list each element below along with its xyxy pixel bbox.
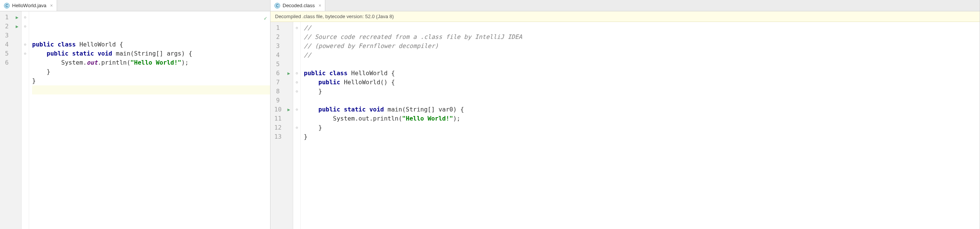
code-line[interactable]: } — [32, 76, 270, 86]
code-line[interactable] — [304, 60, 980, 69]
code-line[interactable]: } — [32, 67, 270, 76]
run-gutter-cell — [285, 32, 293, 41]
run-icon[interactable]: ▶ — [16, 13, 18, 22]
run-gutter-cell — [285, 78, 293, 87]
run-gutter-cell — [285, 96, 293, 105]
run-gutter-cell — [285, 51, 293, 60]
run-gutter-left: ▶▶ — [13, 11, 21, 229]
run-gutter-cell — [13, 40, 21, 49]
fold-gutter-cell: ⊖ — [22, 22, 29, 31]
fold-gutter-cell — [22, 58, 29, 67]
run-gutter-cell[interactable]: ▶ — [13, 22, 21, 31]
fold-gutter-cell: ⊖ — [293, 24, 300, 32]
fold-gutter-cell: ⊖ — [293, 69, 300, 78]
line-number: 1 — [274, 24, 282, 32]
line-number: 6 — [4, 58, 10, 67]
run-gutter-cell — [13, 49, 21, 58]
run-gutter-cell — [13, 58, 21, 67]
fold-icon[interactable]: ⊖ — [296, 123, 298, 132]
class-icon: C — [4, 3, 10, 9]
code-line[interactable]: System.out.println("Hello World!"); — [304, 114, 980, 123]
code-line[interactable]: public static void main(String[] var0) { — [304, 105, 980, 114]
code-line[interactable]: } — [304, 123, 980, 132]
fold-icon[interactable]: ⊖ — [24, 40, 26, 49]
code-line[interactable] — [32, 86, 270, 94]
tab-label: Decoded.class — [283, 3, 315, 8]
svg-text:C: C — [5, 4, 8, 8]
fold-icon[interactable]: ⊖ — [296, 69, 298, 78]
run-icon[interactable]: ▶ — [288, 69, 290, 78]
left-editor-pane: C HelloWorld.java × 123456 ▶▶ ⊖⊖⊖⊖ ✓ pub… — [0, 0, 270, 229]
line-number: 9 — [274, 96, 282, 105]
fold-icon[interactable]: ⊖ — [296, 105, 298, 114]
code-area-left[interactable]: ✓ public class HelloWorld { public stati… — [29, 11, 270, 229]
line-numbers-right: 12345678910111213 — [270, 22, 285, 229]
fold-gutter-right: ⊖⊖⊖⊖⊖⊖ — [293, 22, 301, 229]
code-line[interactable]: // — [304, 51, 980, 60]
line-number: 7 — [274, 78, 282, 87]
line-number: 1 — [4, 13, 10, 22]
fold-icon[interactable]: ⊖ — [296, 78, 298, 87]
run-icon[interactable]: ▶ — [16, 22, 18, 31]
code-line[interactable]: } — [304, 87, 980, 96]
line-number: 5 — [274, 60, 282, 69]
line-number: 10 — [274, 105, 282, 114]
line-number: 2 — [274, 32, 282, 41]
fold-gutter-cell — [293, 32, 300, 41]
fold-gutter-cell — [293, 132, 300, 142]
line-number: 12 — [274, 123, 282, 132]
code-line[interactable]: // Source code recreated from a .class f… — [304, 32, 980, 41]
close-icon[interactable]: × — [318, 3, 321, 8]
fold-gutter-cell: ⊖ — [22, 13, 29, 22]
run-gutter-right: ▶▶ — [285, 22, 293, 229]
fold-gutter-cell: ⊖ — [293, 123, 300, 132]
run-icon[interactable]: ▶ — [288, 105, 290, 114]
editor-right[interactable]: 12345678910111213 ▶▶ ⊖⊖⊖⊖⊖⊖ //// Source … — [270, 22, 980, 229]
svg-text:C: C — [276, 4, 278, 8]
code-line[interactable]: // (powered by Fernflower decompiler) — [304, 41, 980, 51]
run-gutter-cell[interactable]: ▶ — [285, 105, 293, 114]
line-number: 6 — [274, 69, 282, 78]
code-line[interactable]: } — [304, 132, 980, 142]
run-gutter-cell — [285, 114, 293, 123]
fold-icon[interactable]: ⊖ — [296, 87, 298, 96]
tab-decoded-class[interactable]: C Decoded.class × — [270, 0, 325, 11]
close-icon[interactable]: × — [50, 3, 53, 8]
code-line[interactable]: System.out.println("Hello World!"); — [32, 58, 270, 67]
run-gutter-cell[interactable]: ▶ — [285, 69, 293, 78]
fold-gutter-cell: ⊖ — [22, 40, 29, 49]
decompiled-banner: Decompiled .class file, bytecode version… — [270, 11, 980, 22]
editor-left[interactable]: 123456 ▶▶ ⊖⊖⊖⊖ ✓ public class HelloWorld… — [0, 11, 270, 229]
fold-icon[interactable]: ⊖ — [296, 24, 298, 32]
line-number: 4 — [274, 51, 282, 60]
code-line[interactable]: public HelloWorld() { — [304, 78, 980, 87]
fold-gutter-cell — [293, 41, 300, 51]
fold-gutter-cell — [293, 96, 300, 105]
run-gutter-cell — [285, 123, 293, 132]
fold-gutter-cell — [22, 31, 29, 40]
gutter-left: 123456 ▶▶ — [0, 11, 22, 229]
code-line[interactable]: // — [304, 24, 980, 32]
fold-icon[interactable]: ⊖ — [24, 22, 26, 31]
line-number: 11 — [274, 114, 282, 123]
code-area-right[interactable]: //// Source code recreated from a .class… — [301, 22, 980, 229]
line-number: 3 — [274, 41, 282, 51]
line-number: 3 — [4, 31, 10, 40]
fold-gutter-cell: ⊖ — [293, 105, 300, 114]
code-line[interactable] — [304, 96, 980, 105]
tab-helloworld-java[interactable]: C HelloWorld.java × — [0, 0, 57, 11]
code-line[interactable]: public class HelloWorld { — [32, 40, 270, 49]
run-gutter-cell — [285, 60, 293, 69]
check-icon: ✓ — [264, 14, 267, 23]
fold-icon[interactable]: ⊖ — [24, 49, 26, 58]
line-numbers-left: 123456 — [0, 11, 13, 229]
code-line[interactable]: public class HelloWorld { — [304, 69, 980, 78]
code-line[interactable]: public static void main(String[] args) { — [32, 49, 270, 58]
fold-icon[interactable]: ⊖ — [24, 13, 26, 22]
fold-gutter-cell — [293, 51, 300, 60]
class-icon: C — [274, 3, 280, 9]
line-number: 2 — [4, 22, 10, 31]
fold-gutter-cell: ⊖ — [293, 78, 300, 87]
run-gutter-cell[interactable]: ▶ — [13, 13, 21, 22]
run-gutter-cell — [285, 24, 293, 32]
